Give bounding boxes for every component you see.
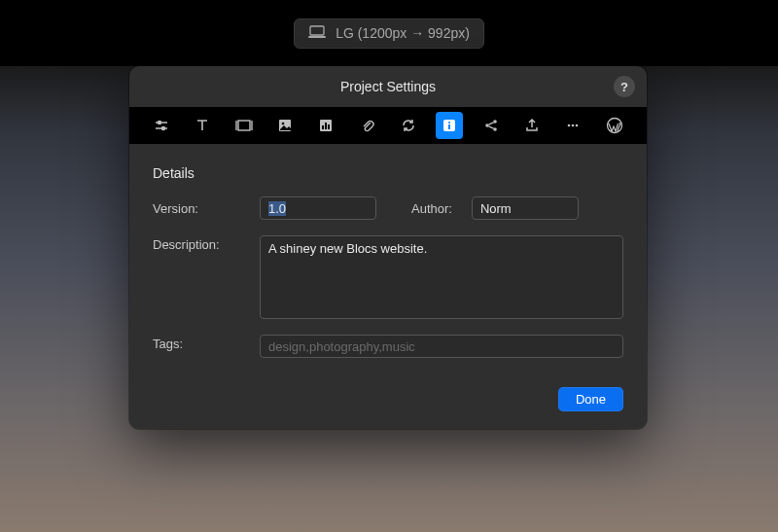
svg-rect-13 bbox=[325, 123, 327, 129]
attachment-icon bbox=[360, 118, 375, 133]
modal-footer: Done bbox=[153, 373, 623, 411]
svg-rect-1 bbox=[308, 36, 326, 38]
frame-icon bbox=[235, 119, 253, 132]
version-input[interactable] bbox=[260, 196, 376, 220]
image-icon bbox=[277, 118, 293, 133]
author-input[interactable] bbox=[472, 196, 579, 220]
more-icon bbox=[565, 118, 581, 133]
description-label: Description: bbox=[153, 235, 260, 252]
svg-line-21 bbox=[488, 123, 493, 124]
upload-icon bbox=[524, 118, 540, 133]
settings-tab-bar bbox=[129, 107, 647, 144]
modal-content: Details Version: Author: Description: Ta… bbox=[129, 144, 647, 429]
done-button[interactable]: Done bbox=[558, 387, 623, 411]
tab-attachment[interactable] bbox=[354, 112, 381, 139]
section-title: Details bbox=[153, 165, 623, 181]
wordpress-icon bbox=[606, 117, 623, 134]
svg-point-18 bbox=[485, 124, 489, 127]
chart-icon bbox=[318, 118, 334, 133]
svg-point-23 bbox=[568, 124, 571, 127]
svg-point-16 bbox=[448, 122, 450, 124]
laptop-icon bbox=[308, 25, 326, 42]
text-icon bbox=[194, 118, 210, 133]
description-row: Description: bbox=[153, 235, 623, 319]
tags-input[interactable] bbox=[260, 335, 623, 358]
tab-info[interactable] bbox=[436, 112, 463, 139]
version-author-row: Version: Author: bbox=[153, 196, 623, 220]
svg-rect-14 bbox=[328, 124, 330, 129]
project-settings-modal: Project Settings ? bbox=[129, 66, 647, 429]
top-bar: LG (1200px → 992px) bbox=[0, 0, 778, 66]
breakpoint-label: LG (1200px → 992px) bbox=[336, 25, 470, 41]
svg-point-5 bbox=[162, 126, 165, 129]
help-button[interactable]: ? bbox=[614, 76, 635, 97]
tab-upload[interactable] bbox=[518, 112, 546, 139]
svg-rect-6 bbox=[238, 121, 250, 130]
svg-point-24 bbox=[572, 124, 575, 127]
help-icon: ? bbox=[620, 80, 628, 94]
tab-wordpress[interactable] bbox=[601, 112, 628, 139]
tab-frame[interactable] bbox=[230, 112, 258, 139]
description-textarea[interactable] bbox=[260, 235, 623, 319]
refresh-icon bbox=[401, 118, 416, 133]
svg-line-22 bbox=[488, 126, 493, 128]
author-label: Author: bbox=[411, 201, 452, 216]
svg-rect-12 bbox=[322, 125, 324, 129]
svg-point-20 bbox=[493, 127, 497, 131]
svg-point-25 bbox=[576, 124, 579, 127]
tab-share[interactable] bbox=[477, 112, 505, 139]
info-icon bbox=[442, 118, 457, 133]
breakpoint-indicator[interactable]: LG (1200px → 992px) bbox=[294, 18, 484, 49]
tab-more[interactable] bbox=[559, 112, 586, 139]
modal-header: Project Settings ? bbox=[129, 66, 647, 107]
tab-refresh[interactable] bbox=[395, 112, 422, 139]
share-icon bbox=[483, 118, 499, 133]
version-label: Version: bbox=[153, 201, 260, 216]
tab-chart[interactable] bbox=[312, 112, 339, 139]
tab-text[interactable] bbox=[189, 112, 216, 139]
modal-title: Project Settings bbox=[340, 79, 436, 94]
svg-point-4 bbox=[159, 121, 161, 124]
tags-label: Tags: bbox=[153, 335, 260, 351]
svg-point-10 bbox=[282, 123, 285, 125]
tab-sliders[interactable] bbox=[148, 112, 175, 139]
svg-rect-17 bbox=[448, 124, 450, 129]
tab-image[interactable] bbox=[271, 112, 299, 139]
svg-rect-0 bbox=[310, 26, 324, 35]
svg-point-19 bbox=[493, 120, 497, 124]
sliders-icon bbox=[154, 118, 169, 133]
tags-row: Tags: bbox=[153, 335, 623, 358]
